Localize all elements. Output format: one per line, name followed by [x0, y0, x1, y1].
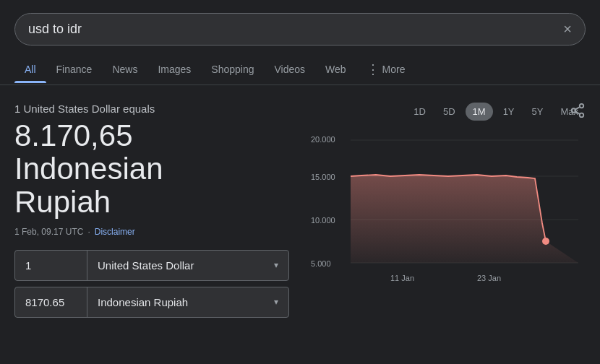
time-btn-1d[interactable]: 1D: [406, 103, 433, 121]
y-label-15000: 15.000: [311, 173, 335, 181]
tab-finance[interactable]: Finance: [46, 56, 103, 82]
x-label-23jan: 23 Jan: [477, 274, 501, 282]
to-amount-input[interactable]: [15, 287, 87, 317]
nav-tabs: All Finance News Images Shopping Videos …: [0, 54, 600, 85]
left-panel: 1 United States Dollar equals 8.170,65 I…: [14, 103, 289, 318]
tab-all[interactable]: All: [14, 56, 46, 82]
tab-images[interactable]: Images: [147, 56, 201, 82]
search-input[interactable]: [28, 22, 563, 37]
chart-end-dot: [542, 238, 549, 245]
chart-area: [351, 175, 578, 263]
timestamp-text: 1 Feb, 09.17 UTC: [14, 227, 83, 237]
from-currency-chevron-icon: ▾: [274, 260, 278, 270]
from-currency-row: United States Dollar ▾: [14, 250, 289, 281]
to-currency-selector[interactable]: Indonesian Rupiah ▾: [87, 287, 288, 317]
timestamp: 1 Feb, 09.17 UTC · Disclaimer: [14, 227, 289, 237]
separator: ·: [87, 227, 90, 237]
chart-controls: 1D 5D 1M 1Y 5Y Max: [304, 103, 586, 121]
more-label: More: [382, 64, 406, 75]
y-label-5000: 5.000: [311, 259, 331, 268]
result-line2: Rupiah: [14, 185, 111, 219]
main-wrapper: 1 United States Dollar equals 8.170,65 I…: [0, 85, 600, 318]
from-currency-selector[interactable]: United States Dollar ▾: [87, 251, 288, 280]
main-content: 1 United States Dollar equals 8.170,65 I…: [0, 85, 600, 318]
time-btn-1m[interactable]: 1M: [466, 103, 493, 121]
converter: United States Dollar ▾ Indonesian Rupiah…: [14, 250, 289, 318]
time-btn-1y[interactable]: 1Y: [496, 103, 522, 121]
search-bar: ×: [14, 13, 586, 46]
svg-line-8: [575, 107, 580, 110]
time-btn-5y[interactable]: 5Y: [525, 103, 551, 121]
equals-text: 1 United States Dollar equals: [14, 103, 289, 115]
from-currency-label: United States Dollar: [98, 259, 194, 272]
result-line1: 8.170,65 Indonesian: [14, 118, 163, 186]
result-amount: 8.170,65 Indonesian Rupiah: [14, 119, 289, 220]
chart-container: 20.000 15.000 10.000 5.000: [304, 129, 586, 288]
from-amount-input[interactable]: [15, 251, 87, 280]
share-button[interactable]: [570, 103, 586, 122]
clear-search-button[interactable]: ×: [563, 21, 572, 38]
share-icon: [570, 103, 586, 118]
x-label-11jan: 11 Jan: [390, 274, 414, 282]
svg-line-7: [575, 111, 580, 114]
tab-web[interactable]: Web: [315, 56, 356, 82]
y-label-20000: 20.000: [311, 135, 335, 144]
time-btn-5d[interactable]: 5D: [436, 103, 463, 121]
tab-videos[interactable]: Videos: [264, 56, 315, 82]
tab-news[interactable]: News: [102, 56, 147, 82]
y-label-10000: 10.000: [311, 216, 335, 225]
tab-shopping[interactable]: Shopping: [201, 56, 264, 82]
tab-more[interactable]: ⋮ More: [356, 54, 416, 84]
more-dots-icon: ⋮: [367, 61, 380, 77]
disclaimer-link[interactable]: Disclaimer: [95, 227, 135, 237]
to-currency-row: Indonesian Rupiah ▾: [14, 287, 289, 318]
right-panel: 1D 5D 1M 1Y 5Y Max 20.000 15.000 10.000 …: [304, 103, 586, 318]
to-currency-label: Indonesian Rupiah: [98, 296, 188, 308]
to-currency-chevron-icon: ▾: [274, 297, 278, 307]
chart-svg: 20.000 15.000 10.000 5.000: [304, 129, 586, 288]
